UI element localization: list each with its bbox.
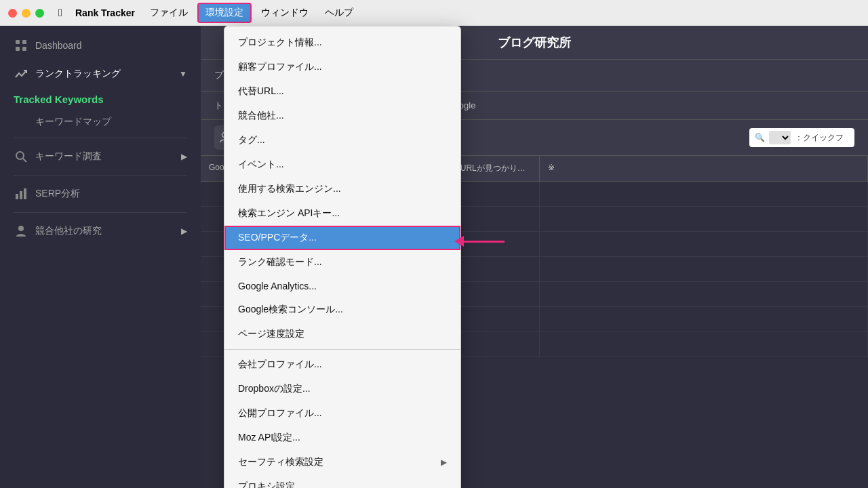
sidebar-item-serp[interactable]: SERP分析 xyxy=(0,180,201,208)
sidebar-item-keyword-research[interactable]: キーワード調査 ▶ xyxy=(0,142,201,171)
sidebar-item-label-serp: SERP分析 xyxy=(35,188,80,200)
app-name: Rank Tracker xyxy=(75,7,135,18)
menubar:  Rank Tracker ファイル 環境設定 ウィンドウ ヘルプ xyxy=(0,0,868,26)
chevron-right-icon-competitor: ▶ xyxy=(181,226,187,236)
td-3-3 xyxy=(540,232,868,256)
menu-item-moz-api[interactable]: Moz API設定... xyxy=(224,426,460,450)
svg-rect-3 xyxy=(22,47,26,51)
menu-item-google-analytics[interactable]: Google Analytics... xyxy=(224,274,460,298)
td-2-3 xyxy=(540,207,868,231)
menu-item-safety-search[interactable]: セーフティ検索設定 ▶ xyxy=(224,450,460,474)
traffic-lights xyxy=(8,9,44,18)
title-bar-text: ブログ研究所 xyxy=(498,35,571,51)
menu-item-customer-profile[interactable]: 顧客プロファイル... xyxy=(224,55,460,79)
person-icon xyxy=(14,224,28,239)
search-quick-filter[interactable] xyxy=(795,133,849,142)
menu-item-seo-ppc[interactable]: SEO/PPCデータ... xyxy=(224,226,460,250)
svg-rect-6 xyxy=(16,194,18,199)
apple-menu[interactable]:  xyxy=(54,6,67,20)
sidebar-item-label-tracked-keywords: Tracked Keywords xyxy=(14,94,104,105)
svg-point-4 xyxy=(16,152,24,159)
sidebar-item-keyword-map[interactable]: キーワードマップ xyxy=(0,110,201,134)
svg-rect-0 xyxy=(16,40,20,44)
search-dropdown[interactable] xyxy=(769,131,791,144)
search-icon xyxy=(14,149,28,164)
menu-file[interactable]: ファイル xyxy=(143,4,195,22)
sidebar-divider-3 xyxy=(14,212,187,213)
th-extra: ※ xyxy=(540,156,868,181)
menu-item-search-engines[interactable]: 使用する検索エンジン... xyxy=(224,177,460,201)
menu-item-public-profile[interactable]: 公開プロファイル... xyxy=(224,401,460,426)
chevron-down-icon: ▼ xyxy=(179,69,187,79)
chevron-right-icon-keyword-research: ▶ xyxy=(181,152,187,161)
arrow-head xyxy=(454,236,464,247)
sidebar-item-label-dashboard: Dashboard xyxy=(35,40,82,51)
td-5-3 xyxy=(540,282,868,306)
close-button[interactable] xyxy=(8,9,17,18)
sidebar-item-label-competitor: 競合他社の研究 xyxy=(35,225,102,237)
sidebar-item-competitor[interactable]: 競合他社の研究 ▶ xyxy=(0,217,201,245)
menu-item-page-speed[interactable]: ページ速度設定 xyxy=(224,322,460,346)
sidebar-item-label-keyword-map: キーワードマップ xyxy=(35,116,111,127)
maximize-button[interactable] xyxy=(35,9,44,18)
td-7-3 xyxy=(540,332,868,357)
dropdown-menu: プロジェクト情報... 顧客プロファイル... 代替URL... 競合他社...… xyxy=(224,26,461,488)
search-dropdown-icon: 🔍 xyxy=(755,133,765,142)
sidebar-divider-1 xyxy=(14,138,187,138)
svg-rect-7 xyxy=(20,191,22,199)
minimize-button[interactable] xyxy=(22,9,31,18)
menu-item-proxy[interactable]: プロキシ設定... xyxy=(224,474,460,488)
menu-help[interactable]: ヘルプ xyxy=(318,4,360,22)
chevron-right-icon-safety: ▶ xyxy=(441,458,447,467)
menu-item-tags[interactable]: タグ... xyxy=(224,128,460,152)
svg-rect-2 xyxy=(16,47,20,51)
sidebar-divider-2 xyxy=(14,175,187,176)
sidebar-item-label-rank-tracking: ランクトラッキング xyxy=(35,68,121,80)
menu-window[interactable]: ウィンドウ xyxy=(254,4,315,22)
td-6-3 xyxy=(540,307,868,331)
td-1-3 xyxy=(540,182,868,206)
td-4-3 xyxy=(540,257,868,281)
svg-line-5 xyxy=(23,159,26,162)
annotation-arrow xyxy=(454,236,505,247)
menu-item-dropbox[interactable]: Dropboxの設定... xyxy=(224,377,460,401)
menu-item-api-keys[interactable]: 検索エンジン APIキー... xyxy=(224,201,460,226)
menu-settings[interactable]: 環境設定 xyxy=(197,3,252,23)
dropdown-divider xyxy=(224,349,460,350)
menu-item-company-profile[interactable]: 会社プロファイル... xyxy=(224,352,460,377)
sidebar: Dashboard ランクトラッキング ▼ Tracked Keywords キ… xyxy=(0,26,201,488)
arrow-line xyxy=(464,241,505,243)
menu-item-rank-mode[interactable]: ランク確認モード... xyxy=(224,250,460,274)
sidebar-item-dashboard[interactable]: Dashboard xyxy=(0,31,201,60)
sidebar-item-label-keyword-research: キーワード調査 xyxy=(35,150,102,163)
chart-up-icon xyxy=(14,66,28,81)
menu-item-search-console[interactable]: Google検索コンソール... xyxy=(224,298,460,322)
sidebar-item-rank-tracking[interactable]: ランクトラッキング ▼ xyxy=(0,60,201,88)
svg-point-9 xyxy=(18,226,24,231)
menu-item-alt-url[interactable]: 代替URL... xyxy=(224,79,460,104)
sidebar-item-tracked-keywords[interactable]: Tracked Keywords xyxy=(0,88,201,110)
bar-chart-icon xyxy=(14,186,28,201)
menu-item-project-info[interactable]: プロジェクト情報... xyxy=(224,30,460,55)
menu-item-events[interactable]: イベント... xyxy=(224,152,460,177)
svg-rect-8 xyxy=(24,188,26,199)
search-box: 🔍 xyxy=(749,128,854,147)
grid-icon xyxy=(14,38,28,53)
menu-item-competitors[interactable]: 競合他社... xyxy=(224,104,460,128)
svg-rect-1 xyxy=(22,40,26,44)
